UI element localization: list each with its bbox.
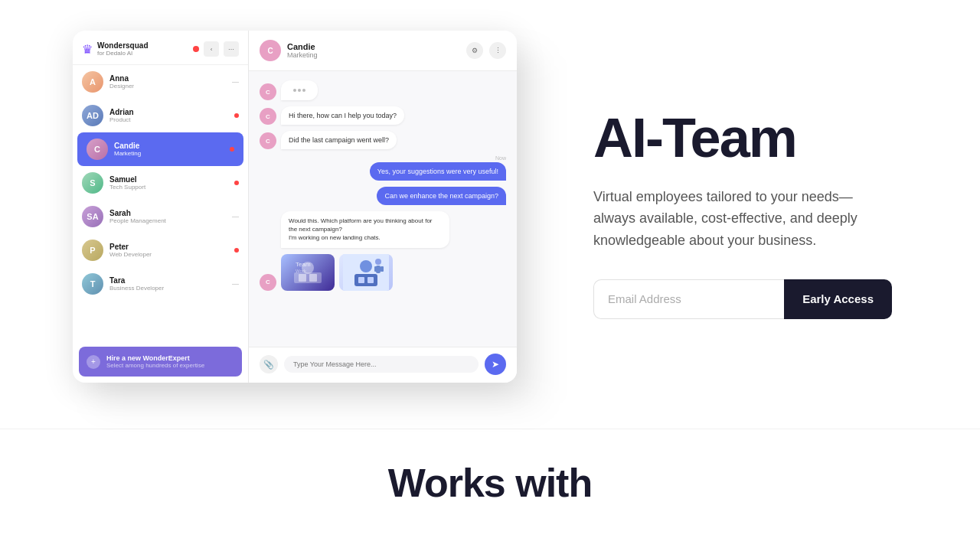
sidebar-header: ♛ Wondersquad for Dedalo AI ‹ ⋯ [73,31,248,65]
contact-more-anna: — [232,78,239,86]
img-thumb-inner-1: Team Work [281,254,335,291]
avatar-adrian: AD [82,105,103,126]
svg-text:Team: Team [296,261,311,268]
chat-contact-name: Candie [287,42,318,51]
chat-contact-dept: Marketing [287,51,318,59]
msg-avatar-2: C [260,132,276,149]
brand-name: Wondersquad [97,41,148,50]
contact-info-samuel: Samuel Tech Support [109,175,239,191]
email-input[interactable] [593,279,784,319]
contact-name-adrian: Adrian [109,108,239,116]
chat-header: C Candie Marketing ⚙ ⋮ [249,31,517,71]
typing-dot-3 [302,89,305,92]
right-content: AI-Team Virtual employees tailored to yo… [578,109,907,319]
send-button[interactable]: ➤ [485,354,506,375]
sidebar-nav-btn[interactable]: ‹ [204,41,219,57]
msg-outgoing-2: Can we enhance the next campaign? [260,187,506,205]
hire-text: Hire a new WonderExpert Select among hun… [106,354,204,369]
contact-list: A Anna Designer — AD Adrian [73,65,248,341]
typing-dot-2 [298,89,301,92]
msg-incoming-2: C Did the last campaign went well? [260,131,506,149]
status-dot-samuel [234,181,239,185]
more-icon[interactable]: ⋮ [489,42,506,59]
avatar-peter: P [82,240,103,261]
msg-bubble-out-1: Yes, your suggestions were very useful! [370,162,506,181]
img-thumb-1: Team Work [281,254,335,291]
sidebar-icons: ‹ ⋯ [193,41,239,57]
brand-text: Wondersquad for Dedalo AI [97,41,148,57]
attach-button[interactable]: 📎 [260,355,278,373]
contact-name-peter: Peter [109,243,239,251]
contact-info-tara: Tara Business Developer [109,276,226,292]
contact-more-sarah: — [232,213,239,220]
msg-incoming-3: C Would this. Which platform are you thi… [260,211,506,291]
img-attachment: Team Work [281,254,449,291]
contact-info-anna: Anna Designer [109,74,226,90]
hero-section: ♛ Wondersquad for Dedalo AI ‹ ⋯ [0,0,980,429]
msg-bubble-out-2: Can we enhance the next campaign? [377,187,506,205]
contact-info-candie: Candie Marketing [114,142,234,157]
contact-name-tara: Tara [109,276,226,285]
svg-rect-14 [381,266,384,272]
contact-role-samuel: Tech Support [109,184,239,191]
early-access-button[interactable]: Early Access [784,279,892,319]
avatar-sarah: SA [82,206,103,227]
msg-avatar-candie: C [260,83,276,100]
contact-item-candie[interactable]: C Candie Marketing [77,132,243,166]
hero-title: AI-Team [593,109,892,168]
chat-input[interactable] [284,356,479,373]
brand-icon: ♛ [82,42,93,57]
contact-role-anna: Designer [109,83,226,90]
chat-header-info: Candie Marketing [287,42,318,59]
contact-item-anna[interactable]: A Anna Designer — [73,65,248,99]
svg-rect-3 [309,274,317,282]
send-icon: ➤ [492,359,499,370]
hire-banner[interactable]: + Hire a new WonderExpert Select among h… [79,347,242,377]
svg-text:Work: Work [296,269,307,273]
contact-name-sarah: Sarah [109,209,226,217]
svg-rect-9 [358,277,364,283]
msg-meta-1: Now Yes, your suggestions were very usef… [370,155,506,181]
status-dot-peter [234,248,239,253]
contact-item-adrian[interactable]: AD Adrian Product [73,99,248,132]
svg-rect-8 [354,274,377,286]
contact-info-adrian: Adrian Product [109,108,239,123]
msg-avatar-3: C [260,274,276,291]
msg-bubble-in-1: Hi there, how can I help you today? [281,106,404,125]
app-mockup: ♛ Wondersquad for Dedalo AI ‹ ⋯ [73,31,532,398]
msg-bubble-in-3: Would this. Which platform are you think… [281,211,449,248]
contact-more-tara: — [232,280,239,288]
contact-role-tara: Business Developer [109,285,226,292]
contact-role-peter: Web Developer [109,251,239,258]
chat-main: C Candie Marketing ⚙ ⋮ [249,31,517,383]
notification-dot [193,46,199,52]
brand-area: ♛ Wondersquad for Dedalo AI [82,41,148,57]
avatar-candie: C [87,139,108,160]
works-with-title: Works with [388,460,592,506]
mockup-frame: ♛ Wondersquad for Dedalo AI ‹ ⋯ [73,31,517,383]
avatar-tara: T [82,273,103,295]
hire-icon: + [87,355,100,369]
hire-sub: Select among hundreds of expertise [106,362,204,369]
svg-rect-0 [294,272,322,283]
contact-item-peter[interactable]: P Peter Web Developer [73,233,248,267]
brand-sub: for Dedalo AI [97,50,148,57]
contact-item-sarah[interactable]: SA Sarah People Management — [73,200,248,233]
contact-role-adrian: Product [109,116,239,123]
svg-rect-13 [374,266,377,272]
cta-row: Early Access [593,279,892,319]
hero-description: Virtual employees tailored to your needs… [593,186,892,252]
sidebar-menu-btn[interactable]: ⋯ [224,41,239,57]
settings-icon[interactable]: ⚙ [466,42,483,59]
hire-title: Hire a new WonderExpert [106,354,204,362]
typing-dot-1 [293,89,296,92]
msg-time-1: Now [495,155,506,161]
chat-header-icons: ⚙ ⋮ [466,42,506,59]
svg-rect-10 [368,277,374,283]
status-dot-adrian [234,113,239,118]
chat-sidebar: ♛ Wondersquad for Dedalo AI ‹ ⋯ [73,31,249,383]
contact-info-sarah: Sarah People Management [109,209,226,224]
avatar-samuel: S [82,172,103,194]
contact-item-samuel[interactable]: S Samuel Tech Support [73,166,248,200]
contact-item-tara[interactable]: T Tara Business Developer — [73,267,248,301]
